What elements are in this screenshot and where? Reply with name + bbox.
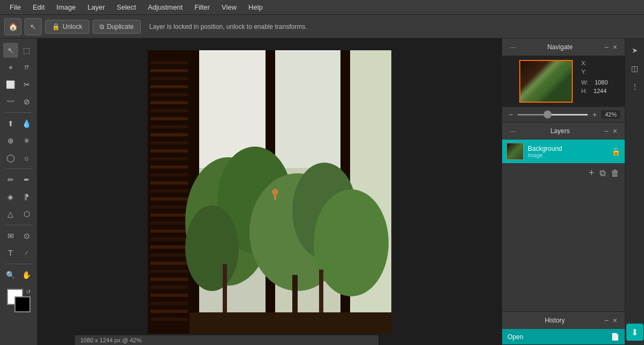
delete-layer-button[interactable]: 🗑 — [610, 167, 620, 179]
swap-colors-icon[interactable]: ↺ — [26, 289, 31, 295]
zoom-tool[interactable]: 🔍 — [3, 267, 18, 282]
duplicate-layer-button[interactable]: ⧉ — [598, 167, 607, 179]
layers-minimize-button[interactable]: − — [602, 126, 611, 136]
hand-tool[interactable]: ✋ — [19, 267, 34, 282]
history-item-label: Open — [507, 333, 607, 341]
menu-file[interactable]: File — [4, 1, 26, 13]
dodge-tool[interactable]: ⊕ — [3, 133, 18, 148]
unlock-button[interactable]: 🔒 Unlock — [45, 20, 89, 34]
ellipse-tool[interactable]: ⊙ — [19, 228, 34, 243]
menu-adjustment[interactable]: Adjustment — [142, 1, 188, 13]
navigate-more-button[interactable]: ··· — [507, 42, 518, 52]
sharpen-tool[interactable]: ✳ — [19, 133, 34, 148]
gradient-tool[interactable]: ⁋ — [19, 189, 34, 204]
scissors-tool[interactable]: ✂ — [19, 77, 34, 92]
eraser-tool[interactable]: ⊘ — [19, 94, 34, 109]
layers-more-button[interactable]: ··· — [507, 126, 518, 136]
background-color[interactable] — [14, 296, 31, 312]
navigate-preview: X: Y: W: 1080 H: 1244 — [502, 56, 625, 107]
svg-rect-34 — [150, 318, 188, 321]
stamp-tool[interactable]: ⬆ — [3, 116, 18, 131]
navigate-h-row: H: 1244 — [577, 88, 608, 94]
polygon-tool[interactable]: ⬡ — [19, 206, 34, 221]
shape-tool[interactable]: ◈ — [3, 189, 18, 204]
tool-row-9: ◈ ⁋ — [3, 189, 34, 204]
marquee-tool[interactable]: ⬚ — [19, 43, 34, 58]
menu-help[interactable]: Help — [243, 1, 268, 13]
zoom-plus-button[interactable]: + — [590, 109, 599, 120]
tools-panel: ↖ ⬚ ⌖ ⁉ ⬜ ✂ 〰 ⊘ ⬆ 💧 ⊕ ✳ ◯ ☼ ✏ — [0, 39, 37, 345]
tool-row-10: △ ⬡ — [3, 206, 34, 221]
svg-rect-5 — [150, 85, 188, 88]
svg-rect-3 — [150, 69, 188, 72]
svg-rect-4 — [150, 77, 188, 80]
svg-rect-33 — [150, 310, 188, 313]
tool-row-13: 🔍 ✋ — [3, 267, 34, 282]
svg-rect-23 — [150, 229, 188, 233]
svg-rect-21 — [150, 213, 188, 217]
canvas-area[interactable]: 1080 x 1244 px @ 42% — [37, 39, 502, 345]
menu-layer[interactable]: Layer — [82, 1, 111, 13]
svg-rect-27 — [150, 262, 188, 265]
navigator-panel-icon[interactable]: ➤ — [627, 43, 642, 58]
navigate-minimize-button[interactable]: − — [602, 42, 611, 52]
navigate-close-button[interactable]: × — [611, 42, 619, 52]
unlock-label: Unlock — [63, 23, 82, 30]
zoom-value: 42% — [601, 110, 620, 119]
navigate-header: ··· Navigate − × — [502, 39, 625, 56]
menu-image[interactable]: Image — [51, 1, 81, 13]
history-minimize-button[interactable]: − — [602, 315, 611, 326]
layer-type: Image — [528, 152, 607, 158]
history-title: History — [507, 317, 602, 324]
cursor-tool-button[interactable]: ↖ — [25, 18, 42, 35]
tool-row-5: ⬆ 💧 — [3, 116, 34, 131]
tool-separator-2 — [5, 168, 32, 169]
history-item-open[interactable]: Open 📄 — [502, 329, 625, 344]
svg-rect-6 — [150, 93, 188, 96]
tool-separator-4 — [5, 264, 32, 264]
fill-tool[interactable]: ⁄ — [19, 246, 34, 260]
home-button[interactable]: 🏠 — [4, 18, 21, 35]
zoom-minus-button[interactable]: − — [506, 109, 515, 120]
path-tool[interactable]: △ — [3, 206, 18, 221]
history-close-button[interactable]: × — [611, 315, 619, 326]
navigate-thumbnail[interactable] — [519, 60, 573, 103]
duplicate-button[interactable]: ⧉ Duplicate — [93, 20, 141, 34]
rect-tool[interactable]: ✉ — [3, 228, 18, 243]
svg-rect-30 — [150, 286, 188, 289]
lasso-tool[interactable]: ⌖ — [3, 60, 18, 75]
layers-close-button[interactable]: × — [611, 126, 619, 136]
pen-tool[interactable]: ✒ — [19, 172, 34, 187]
duplicate-label: Duplicate — [107, 23, 134, 30]
navigate-title: Navigate — [518, 43, 602, 51]
export-button[interactable]: ⬇ — [626, 324, 643, 341]
magic-wand-tool[interactable]: ⁉ — [19, 60, 34, 75]
zoom-slider[interactable] — [517, 114, 588, 116]
brush-tool[interactable]: ✏ — [3, 172, 18, 187]
svg-rect-7 — [150, 101, 188, 104]
layers-panel-icon[interactable]: ◫ — [627, 61, 642, 76]
menu-filter[interactable]: Filter — [189, 1, 215, 13]
svg-rect-53 — [274, 189, 276, 200]
toolbar-info-message: Layer is locked in position, unlock to e… — [149, 23, 307, 30]
sun-tool[interactable]: ☼ — [19, 150, 34, 165]
prefs-panel-icon[interactable]: ⋮ — [627, 79, 642, 94]
menu-select[interactable]: Select — [111, 1, 141, 13]
burn-tool[interactable]: ◯ — [3, 150, 18, 165]
layer-lock-icon: 🔒 — [611, 147, 620, 156]
menu-view[interactable]: View — [216, 1, 242, 13]
tool-row-8: ✏ ✒ — [3, 172, 34, 187]
lock-icon: 🔒 — [52, 23, 60, 30]
menu-edit[interactable]: Edit — [27, 1, 50, 13]
text-tool[interactable]: T — [3, 246, 18, 260]
select-tool[interactable]: ↖ — [3, 43, 18, 58]
add-layer-button[interactable]: + — [587, 166, 595, 180]
heal-tool[interactable]: 〰 — [3, 94, 18, 109]
crop-tool[interactable]: ⬜ — [3, 77, 18, 92]
svg-rect-39 — [275, 50, 340, 168]
smudge-tool[interactable]: 💧 — [19, 116, 34, 131]
tool-separator-1 — [5, 112, 32, 113]
layer-item-background[interactable]: Background Image 🔒 — [502, 140, 625, 163]
layers-section: ··· Layers − × Background Image 🔒 + ⧉ 🗑 — [502, 122, 625, 312]
tool-separator-3 — [5, 225, 32, 225]
